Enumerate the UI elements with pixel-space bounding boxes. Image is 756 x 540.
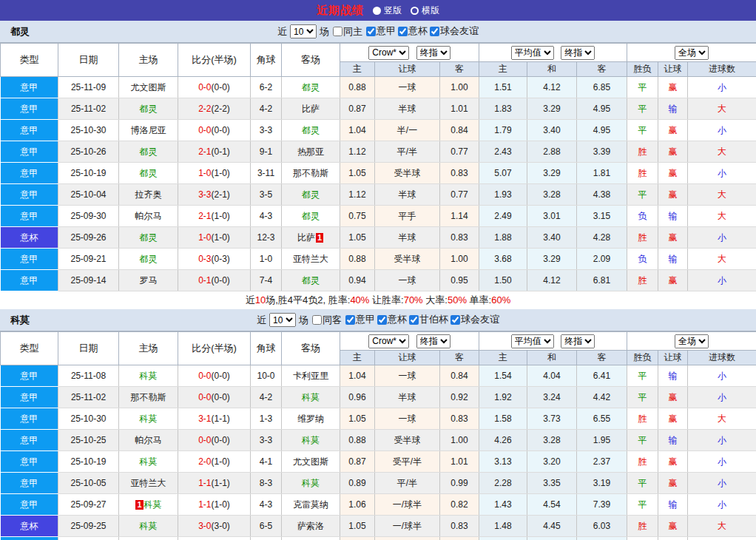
same-venue-label: 同主 (343, 25, 362, 38)
scope-select[interactable]: 全场 (675, 46, 709, 60)
near-label: 近 (257, 314, 266, 327)
summary-line: 近10场,胜4平4负2, 胜率:40% 让胜率:70% 大率:50% 单率:60… (0, 291, 756, 309)
corner-cell: 4-3 (251, 494, 282, 516)
rounds-select[interactable]: 10 (269, 313, 296, 327)
away-team-cell: 科莫 (282, 387, 340, 408)
team-name-text: 科莫 (140, 371, 158, 381)
same-venue-filter[interactable]: 同客 (310, 314, 342, 327)
league-filter[interactable]: 意杯 (396, 24, 428, 38)
league-filter[interactable]: 意甲 (364, 24, 396, 38)
goals-result-cell: 小 (688, 77, 756, 98)
asian-home-odds-cell: 1.05 (340, 163, 375, 184)
section-header: 都灵 近 10 场 同主 意甲意杯球会友谊 (0, 21, 756, 43)
team-section-como: 科莫 近 10 场 同客 意甲意杯甘伯杯球会友谊 类型 日期 主场 比分(半场) (0, 309, 756, 540)
score-cell: 2-0(1-0) (178, 451, 251, 473)
final-index-select-2[interactable]: 终指 (561, 46, 595, 60)
final-index-select[interactable]: 终指 (416, 46, 450, 60)
final-index-select[interactable]: 终指 (416, 334, 450, 348)
same-venue-filter[interactable]: 同主 (331, 25, 362, 38)
handicap-cell: 一球 (375, 408, 440, 430)
league-checkbox[interactable] (377, 315, 387, 325)
asian-away-odds-cell: 0.82 (440, 494, 479, 516)
page-title: 近期战绩 (317, 4, 364, 18)
halftime-score: (1-0) (212, 168, 230, 178)
result-cell: 负 (627, 206, 658, 227)
vertical-radio[interactable]: 竖版 (373, 4, 402, 17)
euro-away-odds-cell: 2.09 (577, 249, 627, 270)
euro-home-odds-cell: 2.56 (479, 537, 527, 540)
euro-draw-odds-cell: 4.45 (527, 516, 577, 537)
league-type-cell: 意甲 (1, 430, 58, 451)
home-team-cell: 拉齐奥 (119, 184, 178, 206)
home-team-cell: 帕尔马 (119, 430, 178, 451)
league-checkbox[interactable] (450, 315, 460, 325)
euro-draw-odds-cell: 4.54 (527, 494, 577, 516)
bookmaker-select[interactable]: Crow* (368, 46, 409, 60)
handicap-cell: 受半球 (375, 430, 440, 451)
goals-result-cell: 大 (688, 206, 756, 227)
euro-away-odds-cell: 6.81 (577, 270, 627, 291)
scope-select[interactable]: 全场 (675, 334, 709, 348)
horizontal-radio[interactable]: 横版 (411, 4, 439, 17)
league-filter[interactable]: 球会友谊 (428, 24, 479, 38)
asian-away-odds-cell: 0.83 (440, 227, 479, 249)
fulltime-score: 2-1 (198, 146, 211, 157)
home-team-cell: 都灵 (119, 163, 178, 184)
league-checkbox[interactable] (398, 27, 408, 36)
score-cell: 2-2(2-2) (178, 98, 251, 120)
rounds-select[interactable]: 10 (290, 24, 317, 38)
handicap-result-cell: 赢 (658, 227, 688, 249)
euro-away-odds-cell: 3.39 (577, 141, 627, 163)
corner-cell: 6-2 (251, 77, 282, 98)
subcol-asian-home: 主 (340, 351, 375, 365)
league-checkbox[interactable] (366, 27, 376, 36)
league-filter[interactable]: 甘伯杯 (407, 313, 448, 326)
team-name-text: 热那亚 (297, 146, 324, 157)
corner-cell: 7-4 (251, 270, 282, 291)
league-label: 意杯 (388, 313, 407, 326)
league-filter[interactable]: 球会友谊 (448, 313, 499, 326)
corner-cell: 3-11 (251, 163, 282, 184)
handicap-cell: 平手 (375, 206, 440, 227)
home-team-cell: 博洛尼亚 (119, 120, 178, 141)
euro-away-odds-cell: 6.55 (577, 408, 627, 430)
handicap-result-cell: 赢 (658, 451, 688, 473)
bookmaker-select[interactable]: Crow* (368, 334, 409, 348)
euro-home-odds-cell: 1.92 (479, 387, 527, 408)
asian-away-odds-cell: 0.77 (440, 184, 479, 206)
same-venue-checkbox[interactable] (312, 315, 322, 325)
asian-away-odds-cell: 0.84 (440, 120, 479, 141)
results-table: 类型 日期 主场 比分(半场) 角球 客场 Crow* 终指 平均值 终指 全场 (0, 43, 756, 291)
league-checkbox[interactable] (345, 315, 355, 325)
fulltime-score: 0-0 (198, 371, 211, 381)
league-type-cell: 意杯 (1, 227, 58, 249)
average-select[interactable]: 平均值 (511, 46, 554, 60)
asian-home-odds-cell: 0.94 (340, 270, 375, 291)
league-filter[interactable]: 意甲 (343, 313, 375, 326)
result-cell: 胜 (627, 516, 658, 537)
league-checkbox[interactable] (409, 315, 419, 325)
league-type-cell: 意甲 (1, 451, 58, 473)
col-type: 类型 (1, 44, 58, 77)
subcol-let-result: 让球 (658, 351, 688, 365)
handicap-cell: 平手 (375, 537, 440, 540)
col-away: 客场 (282, 332, 340, 365)
euro-draw-odds-cell: 3.40 (527, 120, 577, 141)
league-type-cell: 意甲 (1, 141, 58, 163)
col-type: 类型 (1, 332, 58, 365)
handicap-result-cell: 输 (658, 365, 688, 387)
final-index-select-2[interactable]: 终指 (561, 334, 595, 348)
date-cell: 25-10-19 (58, 451, 119, 473)
corner-cell: 3-5 (251, 184, 282, 206)
asian-away-odds-cell: 0.77 (440, 141, 479, 163)
halftime-score: (0-1) (212, 146, 230, 157)
away-team-cell: 都灵 (282, 184, 340, 206)
league-filter[interactable]: 意杯 (375, 313, 407, 326)
same-venue-checkbox[interactable] (333, 27, 342, 36)
date-cell: 25-11-02 (58, 98, 119, 120)
average-select[interactable]: 平均值 (511, 334, 554, 348)
team-name-text: 科莫 (302, 392, 320, 402)
league-checkbox[interactable] (430, 27, 439, 36)
away-team-cell: 维罗纳 (282, 408, 340, 430)
fulltime-score: 1-1 (198, 478, 211, 488)
